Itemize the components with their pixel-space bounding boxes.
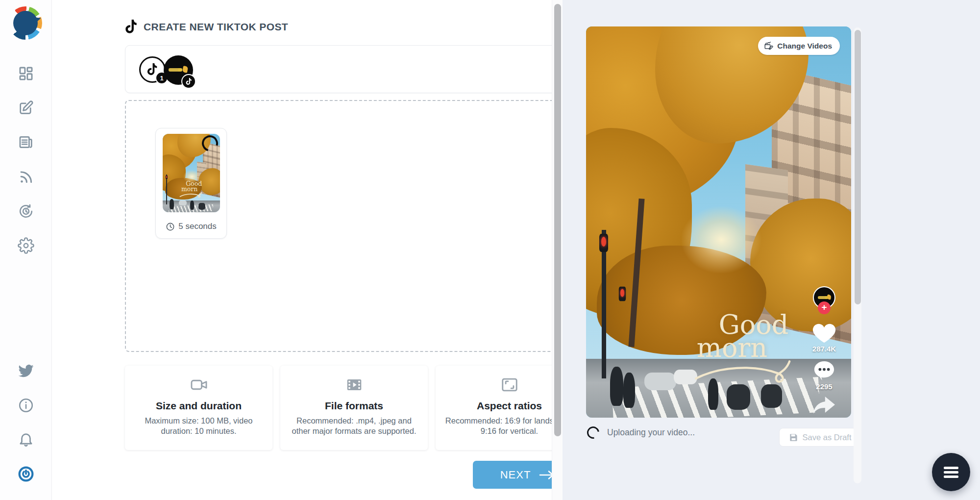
hamburger-icon — [944, 467, 958, 480]
page-scrollbar[interactable] — [552, 0, 563, 500]
save-disk-icon — [789, 433, 798, 442]
avatar-emblem — [827, 294, 832, 300]
floating-menu-button[interactable] — [932, 453, 970, 491]
uploading-status-text: Uploading your video... — [607, 427, 695, 438]
video-thumbnail[interactable]: Good morn — [163, 134, 220, 212]
follow-plus-badge[interactable]: + — [818, 301, 831, 314]
change-videos-label: Change Videos — [777, 42, 832, 50]
uploaded-video-card[interactable]: Good morn 5 seconds — [155, 128, 227, 239]
guideline-title: Size and duration — [133, 400, 265, 412]
avatar-emblem — [182, 66, 188, 73]
guideline-card-formats: File formats Recommended: .mp4, .jpeg an… — [280, 366, 428, 450]
uploading-spinner — [585, 424, 602, 441]
film-strip-icon — [288, 375, 420, 397]
tiktok-note-icon — [125, 20, 138, 34]
video-duration: 5 seconds — [156, 222, 226, 231]
guideline-description: Maximum size: 100 MB, video duration: 10… — [133, 416, 265, 437]
guidelines-row: Size and duration Maximum size: 100 MB, … — [125, 366, 584, 450]
save-as-draft-button[interactable]: Save as Draft — [779, 428, 861, 447]
preview-scrollbar-thumb[interactable] — [855, 30, 861, 304]
engagement-rail: + 287.4K 2295 — [806, 286, 843, 416]
thumbnail-overlay-text: Good morn — [179, 181, 205, 200]
connected-accounts: 1 — [139, 56, 193, 84]
like-heart-icon[interactable] — [812, 322, 836, 344]
page-header: CREATE NEW TIKTOK POST — [125, 20, 288, 34]
post-history-icon[interactable] — [18, 203, 34, 220]
share-arrow-icon[interactable] — [813, 397, 835, 416]
logout-power-icon[interactable] — [18, 466, 34, 482]
guideline-card-size: Size and duration Maximum size: 100 MB, … — [125, 366, 272, 450]
tiktok-account-avatar[interactable] — [164, 55, 193, 85]
next-button-label: NEXT — [500, 469, 531, 481]
tiktok-preview-panel: Good morn Change Videos + 287.4K — [563, 0, 980, 500]
info-icon[interactable] — [18, 397, 34, 414]
clock-icon — [166, 222, 175, 231]
creator-avatar[interactable]: + — [813, 286, 835, 309]
articles-icon[interactable] — [18, 134, 34, 150]
settings-gear-icon[interactable] — [18, 237, 34, 254]
tiktok-platform-icon[interactable]: 1 — [139, 56, 166, 83]
overlay-swirl-flourish — [693, 360, 804, 391]
avatar-handle-mark — [169, 68, 182, 72]
upload-dropzone[interactable]: Good morn 5 seconds — [125, 100, 584, 352]
logo-bird — [13, 11, 38, 35]
video-duration-label: 5 seconds — [178, 222, 217, 231]
page-title: CREATE NEW TIKTOK POST — [144, 21, 288, 33]
dashboard-icon[interactable] — [18, 65, 34, 82]
like-count: 287.4K — [806, 345, 843, 353]
preview-scrollbar[interactable] — [854, 27, 861, 483]
edit-video-icon — [764, 42, 774, 50]
account-selector[interactable]: 1 — [125, 45, 584, 93]
video-camera-icon — [133, 375, 265, 397]
guideline-description: Recommended: .mp4, .jpeg and other major… — [288, 416, 420, 437]
comments-icon[interactable] — [813, 360, 835, 381]
rss-feed-icon[interactable] — [18, 169, 34, 185]
compose-icon[interactable] — [18, 100, 34, 116]
save-as-draft-label: Save as Draft — [803, 433, 852, 442]
circleboom-logo[interactable] — [9, 6, 42, 40]
tiktok-video-preview[interactable]: Good morn Change Videos + 287.4K — [586, 26, 851, 418]
page-scrollbar-thumb[interactable] — [554, 4, 561, 436]
guideline-title: File formats — [288, 400, 420, 412]
tiktok-badge-icon — [181, 74, 196, 89]
notifications-bell-icon[interactable] — [18, 431, 34, 448]
change-videos-button[interactable]: Change Videos — [758, 37, 840, 55]
twitter-icon[interactable] — [18, 363, 34, 379]
sidebar — [0, 0, 52, 500]
comment-count: 2295 — [806, 382, 843, 391]
video-overlay-title: Good morn — [684, 313, 802, 359]
upload-status: Uploading your video... — [587, 426, 695, 439]
main-content: CREATE NEW TIKTOK POST 1 — [52, 0, 552, 500]
